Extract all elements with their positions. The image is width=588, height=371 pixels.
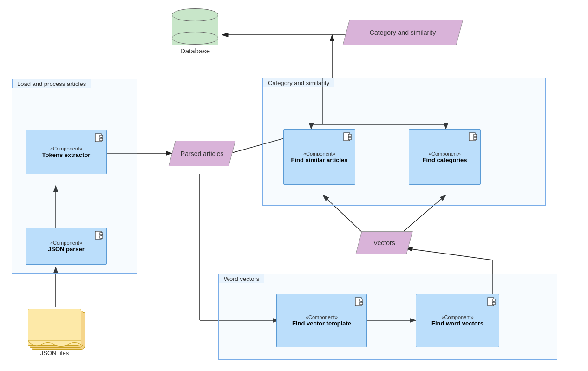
tokens-name: Tokens extractor <box>42 151 91 158</box>
word-vectors-stereotype: «Component» <box>441 314 473 320</box>
svg-rect-34 <box>360 299 363 301</box>
word-vectors-package: Word vectors <box>218 274 557 360</box>
tokens-extractor-box: «Component» Tokens extractor <box>26 130 107 174</box>
similar-name: Find similar articles <box>291 156 347 163</box>
component-icon-vector-template <box>354 297 364 307</box>
database-label: Database <box>180 47 210 55</box>
svg-rect-32 <box>474 137 477 140</box>
json-files: JSON files <box>28 309 88 355</box>
json-name: JSON parser <box>48 246 85 253</box>
vectors: Vectors <box>355 231 412 254</box>
parsed-articles: Parsed articles <box>169 141 236 166</box>
json-stereotype: «Component» <box>50 240 82 246</box>
word-vectors-tab: Word vectors <box>219 274 264 283</box>
component-icon-similar <box>343 132 352 143</box>
svg-rect-29 <box>348 137 351 140</box>
tokens-stereotype: «Component» <box>50 146 82 151</box>
database-component: Database <box>172 8 218 59</box>
vector-template-stereotype: «Component» <box>306 314 338 320</box>
word-vectors-name: Find word vectors <box>431 320 483 327</box>
find-vector-template-box: «Component» Find vector template <box>276 294 367 347</box>
categories-stereotype: «Component» <box>429 151 461 156</box>
component-icon-tokens <box>94 133 104 143</box>
categories-name: Find categories <box>422 156 467 163</box>
json-files-label: JSON files <box>28 350 81 357</box>
db-bottom-ellipse <box>172 32 218 45</box>
component-icon-categories <box>468 132 477 143</box>
svg-rect-23 <box>100 138 103 141</box>
svg-rect-26 <box>100 236 103 238</box>
vector-template-name: Find vector template <box>292 320 351 327</box>
component-icon-json <box>94 231 104 241</box>
svg-rect-35 <box>360 302 363 305</box>
svg-line-20 <box>406 248 492 260</box>
json-parser-box: «Component» JSON parser <box>26 228 107 265</box>
diagram: Database Category and similarity Load an… <box>0 0 588 371</box>
svg-rect-25 <box>100 233 103 235</box>
svg-rect-31 <box>474 134 477 137</box>
category-similarity-top: Category and similarity <box>343 20 464 45</box>
component-icon-word-vectors <box>487 297 496 307</box>
svg-rect-38 <box>492 302 495 305</box>
find-similar-box: «Component» Find similar articles <box>283 129 355 185</box>
category-similarity-tab: Category and similarity <box>263 78 334 87</box>
svg-rect-37 <box>492 299 495 301</box>
similar-stereotype: «Component» <box>303 151 335 156</box>
find-word-vectors-box: «Component» Find word vectors <box>416 294 499 347</box>
find-categories-box: «Component» Find categories <box>409 129 481 185</box>
load-process-tab: Load and process articles <box>12 79 91 88</box>
db-top <box>172 8 218 21</box>
svg-rect-22 <box>100 135 103 137</box>
svg-rect-28 <box>348 134 351 137</box>
